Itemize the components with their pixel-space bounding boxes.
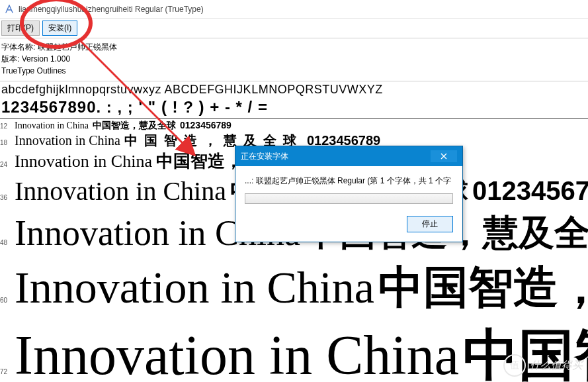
font-name-value: 联盟起艺卢帅正锐黑体 bbox=[38, 42, 117, 52]
sample-size-label: 12 bbox=[0, 122, 11, 130]
sample-en: Innovation in China bbox=[15, 120, 89, 131]
sample-en: Innovation in China bbox=[15, 175, 226, 207]
glyph-alpha-row: abcdefghijklmnopqrstuvwxyz ABCDEFGHIJKLM… bbox=[0, 81, 588, 97]
sample-cn: 中国智造，慧及全球 bbox=[463, 318, 588, 382]
dialog-titlebar[interactable]: 正在安装字体 bbox=[235, 146, 462, 166]
sample-row: 60 Innovation in China 中国智造，慧及全球 bbox=[0, 258, 588, 318]
install-button[interactable]: 安装(I) bbox=[42, 21, 77, 36]
sample-en: Innovation in China bbox=[15, 133, 120, 148]
sample-en: Innovation in China bbox=[15, 152, 152, 171]
sample-cn: 中国智造，慧及全球 bbox=[378, 258, 588, 318]
close-icon bbox=[441, 153, 447, 160]
sample-size-label: 60 bbox=[0, 297, 11, 304]
font-version: 版本: Version 1.000 bbox=[1, 53, 585, 65]
glyph-nums-row: 1234567890. : , ; ' " ( ! ? ) + - * / = bbox=[0, 97, 588, 119]
stop-button[interactable]: 停止 bbox=[407, 216, 453, 232]
sample-row: 72 Innovation in China 中国智造，慧及全球 bbox=[0, 318, 588, 382]
sample-size-label: 48 bbox=[0, 239, 11, 246]
sample-digits: 0123456789 bbox=[180, 120, 231, 130]
sample-en: Innovation in China bbox=[15, 323, 459, 382]
dialog-body: ...: 联盟起艺卢帅正锐黑体 Regular (第 1 个字体，共 1 个字 bbox=[235, 166, 462, 209]
sample-size-label: 24 bbox=[0, 161, 11, 168]
font-outlines: TrueType Outlines bbox=[1, 65, 585, 77]
dialog-close-button[interactable] bbox=[431, 150, 457, 162]
window-title: lianmengqiyilushuaizhengruiheiti Regular… bbox=[19, 5, 204, 14]
sample-en: Innovation in China bbox=[15, 262, 374, 314]
sample-size-label: 36 bbox=[0, 194, 11, 201]
font-app-icon bbox=[4, 4, 15, 15]
window-titlebar: lianmengqiyilushuaizhengruiheiti Regular… bbox=[0, 0, 588, 19]
toolbar: 打印(P) 安装(I) bbox=[0, 19, 588, 38]
print-button[interactable]: 打印(P) bbox=[1, 21, 40, 36]
dialog-footer: 停止 bbox=[235, 209, 462, 242]
progress-bar bbox=[245, 193, 453, 204]
sample-digits: 0123456789 bbox=[472, 176, 588, 206]
sample-row: 12 Innovation in China 中国智造，慧及全球 0123456… bbox=[0, 120, 588, 132]
sample-size-label: 18 bbox=[0, 139, 11, 146]
sample-cn: 中国智造，慧及全球 bbox=[93, 120, 176, 132]
font-name-label: 字体名称: bbox=[1, 42, 35, 52]
dialog-status-text: ...: 联盟起艺卢帅正锐黑体 Regular (第 1 个字体，共 1 个字 bbox=[245, 175, 453, 187]
font-meta: 字体名称: 联盟起艺卢帅正锐黑体 版本: Version 1.000 TrueT… bbox=[0, 38, 588, 81]
install-progress-dialog: 正在安装字体 ...: 联盟起艺卢帅正锐黑体 Regular (第 1 个字体，… bbox=[235, 146, 463, 242]
dialog-title-text: 正在安装字体 bbox=[241, 151, 288, 162]
sample-size-label: 72 bbox=[0, 368, 11, 375]
